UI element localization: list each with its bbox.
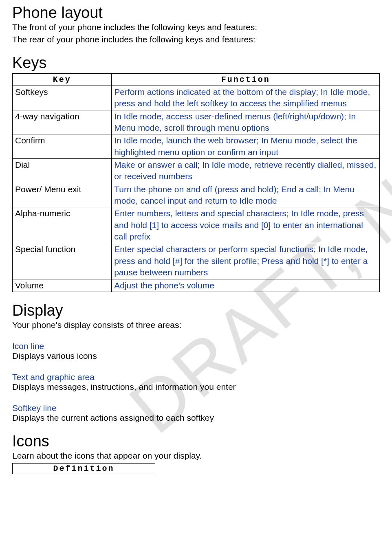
definition-table: Definition bbox=[12, 463, 155, 474]
icon-line-title: Icon line bbox=[12, 341, 380, 351]
key-function: Enter numbers, letters and special chara… bbox=[112, 207, 380, 243]
phone-front-text: The front of your phone includes the fol… bbox=[12, 22, 380, 32]
phone-rear-text: The rear of your phone includes the foll… bbox=[12, 35, 380, 44]
table-row: 4-way navigation In Idle mode, access us… bbox=[13, 110, 380, 134]
key-function: In Idle mode, launch the web browser; In… bbox=[112, 134, 380, 159]
key-function: Adjust the phone's volume bbox=[112, 279, 380, 292]
key-function: Turn the phone on and off (press and hol… bbox=[112, 183, 380, 207]
keys-col-function: Function bbox=[112, 74, 380, 86]
table-row: Alpha-numeric Enter numbers, letters and… bbox=[13, 207, 380, 243]
table-row: Volume Adjust the phone's volume bbox=[13, 279, 380, 292]
icons-heading: Icons bbox=[12, 433, 380, 450]
key-name: Power/ Menu exit bbox=[13, 183, 112, 207]
softkey-line-title: Softkey line bbox=[12, 403, 380, 413]
icons-intro: Learn about the icons that appear on you… bbox=[12, 451, 380, 461]
text-graphic-desc: Displays messages, instructions, and inf… bbox=[12, 382, 380, 392]
key-function: Make or answer a call; In Idle mode, ret… bbox=[112, 159, 380, 183]
key-name: Special function bbox=[13, 243, 112, 279]
key-name: Dial bbox=[13, 159, 112, 183]
table-row: Dial Make or answer a call; In Idle mode… bbox=[13, 159, 380, 183]
display-heading: Display bbox=[12, 302, 380, 319]
phone-layout-heading: Phone layout bbox=[12, 4, 380, 22]
softkey-line-desc: Displays the current actions assigned to… bbox=[12, 413, 380, 423]
key-function: Perform actions indicated at the bottom … bbox=[112, 86, 380, 110]
key-name: Softkeys bbox=[13, 86, 112, 110]
key-function: Enter special characters or perform spec… bbox=[112, 243, 380, 279]
key-name: Confirm bbox=[13, 134, 112, 159]
keys-heading: Keys bbox=[12, 54, 380, 72]
keys-col-key: Key bbox=[13, 74, 112, 86]
table-row: Confirm In Idle mode, launch the web bro… bbox=[13, 134, 380, 159]
table-row: Power/ Menu exit Turn the phone on and o… bbox=[13, 183, 380, 207]
table-row: Softkeys Perform actions indicated at th… bbox=[13, 86, 380, 110]
table-row: Special function Enter special character… bbox=[13, 243, 380, 279]
keys-table: Key Function Softkeys Perform actions in… bbox=[12, 73, 380, 292]
key-name: Alpha-numeric bbox=[13, 207, 112, 243]
display-intro: Your phone's display consists of three a… bbox=[12, 320, 380, 330]
key-name: 4-way navigation bbox=[13, 110, 112, 134]
icon-line-desc: Displays various icons bbox=[12, 351, 380, 361]
text-graphic-title: Text and graphic area bbox=[12, 372, 380, 382]
key-function: In Idle mode, access user-defined menus … bbox=[112, 110, 380, 134]
definition-col: Definition bbox=[13, 463, 155, 474]
key-name: Volume bbox=[13, 279, 112, 292]
